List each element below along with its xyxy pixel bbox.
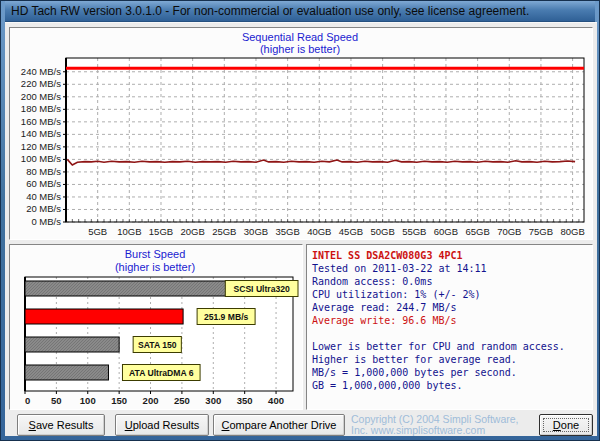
svg-text:200 MB/s: 200 MB/s: [21, 91, 61, 102]
results-text: Tested on 2011-03-22 at 14:11 Random acc…: [312, 262, 587, 392]
svg-text:5GB: 5GB: [88, 226, 107, 237]
svg-text:30GB: 30GB: [244, 226, 268, 237]
svg-text:10GB: 10GB: [117, 226, 141, 237]
svg-text:65GB: 65GB: [465, 226, 489, 237]
svg-text:SATA 150: SATA 150: [138, 340, 177, 350]
svg-text:20 MB/s: 20 MB/s: [26, 203, 61, 214]
results-info-panel: INTEL SS DSA2CW080G3 4PC1 Tested on 2011…: [306, 244, 593, 410]
svg-text:25GB: 25GB: [212, 226, 236, 237]
save-results-button[interactable]: Save Results: [17, 414, 105, 436]
svg-text:350: 350: [237, 395, 253, 406]
svg-text:400: 400: [268, 395, 284, 406]
svg-text:180 MB/s: 180 MB/s: [21, 103, 61, 114]
svg-text:300: 300: [205, 395, 221, 406]
svg-text:55GB: 55GB: [402, 226, 426, 237]
svg-text:75GB: 75GB: [529, 226, 553, 237]
done-button[interactable]: Done: [539, 414, 593, 436]
svg-text:Burst Speed: Burst Speed: [125, 248, 186, 260]
svg-text:70GB: 70GB: [497, 226, 521, 237]
svg-text:0: 0: [25, 395, 30, 406]
results-line: Tested on 2011-03-22 at 14:11: [312, 262, 587, 275]
upload-results-button[interactable]: Upload Results: [115, 414, 209, 436]
svg-text:50: 50: [51, 395, 62, 406]
results-line: Lower is better for CPU and random acces…: [312, 340, 587, 353]
results-line: MB/s = 1,000,000 bytes per second.: [312, 366, 587, 379]
compare-another-drive-button[interactable]: Compare Another Drive: [213, 414, 345, 436]
window-title: HD Tach RW version 3.0.1.0 - For non-com…: [11, 4, 529, 18]
svg-text:100 MB/s: 100 MB/s: [21, 153, 61, 164]
results-line: [312, 327, 587, 340]
results-line: Average read: 244.7 MB/s: [312, 301, 587, 314]
svg-text:250: 250: [174, 395, 190, 406]
svg-text:80GB: 80GB: [560, 226, 584, 237]
svg-text:0 MB/s: 0 MB/s: [31, 216, 61, 227]
svg-text:20GB: 20GB: [181, 226, 205, 237]
svg-text:60 MB/s: 60 MB/s: [26, 178, 61, 189]
drive-name: INTEL SS DSA2CW080G3 4PC1: [312, 249, 587, 262]
results-line: GB = 1,000,000,000 bytes.: [312, 379, 587, 392]
results-line: Average write: 96.6 MB/s: [312, 314, 587, 327]
burst-speed-chart-panel: Burst Speed(higher is better)05010015020…: [9, 244, 303, 410]
svg-text:100: 100: [80, 395, 96, 406]
title-bar[interactable]: HD Tach RW version 3.0.1.0 - For non-com…: [5, 1, 595, 22]
svg-text:40 MB/s: 40 MB/s: [26, 191, 61, 202]
copyright-text: Copyright (C) 2004 Simpli Software, Inc.…: [351, 414, 535, 436]
svg-text:220 MB/s: 220 MB/s: [21, 78, 61, 89]
svg-text:160 MB/s: 160 MB/s: [21, 116, 61, 127]
svg-text:(higher is better): (higher is better): [115, 261, 195, 273]
svg-text:SCSI Ultra320: SCSI Ultra320: [233, 284, 290, 294]
svg-text:45GB: 45GB: [339, 226, 363, 237]
svg-text:15GB: 15GB: [149, 226, 173, 237]
svg-text:Sequential Read Speed: Sequential Read Speed: [242, 31, 358, 43]
sequential-read-chart-panel: Sequential Read Speed(higher is better)0…: [9, 27, 593, 240]
svg-text:60GB: 60GB: [434, 226, 458, 237]
results-line: Higher is better for average read.: [312, 353, 587, 366]
svg-text:120 MB/s: 120 MB/s: [21, 141, 61, 152]
svg-text:ATA UltraDMA 6: ATA UltraDMA 6: [129, 368, 194, 378]
svg-text:50GB: 50GB: [370, 226, 394, 237]
results-line: Random access: 0.0ms: [312, 275, 587, 288]
app-window: HD Tach RW version 3.0.1.0 - For non-com…: [0, 0, 600, 441]
svg-text:(higher is better): (higher is better): [260, 43, 340, 55]
svg-text:35GB: 35GB: [275, 226, 299, 237]
svg-text:40GB: 40GB: [307, 226, 331, 237]
results-line: CPU utilization: 1% (+/- 2%): [312, 288, 587, 301]
svg-text:150: 150: [111, 395, 127, 406]
svg-text:80 MB/s: 80 MB/s: [26, 166, 61, 177]
svg-text:240 MB/s: 240 MB/s: [21, 66, 61, 77]
svg-text:251.9 MB/s: 251.9 MB/s: [204, 312, 249, 322]
client-area: Sequential Read Speed(higher is better)0…: [5, 22, 597, 436]
sequential-read-chart: Sequential Read Speed(higher is better)0…: [10, 28, 592, 239]
svg-text:200: 200: [143, 395, 159, 406]
burst-speed-chart: Burst Speed(higher is better)05010015020…: [10, 245, 302, 409]
svg-text:140 MB/s: 140 MB/s: [21, 128, 61, 139]
